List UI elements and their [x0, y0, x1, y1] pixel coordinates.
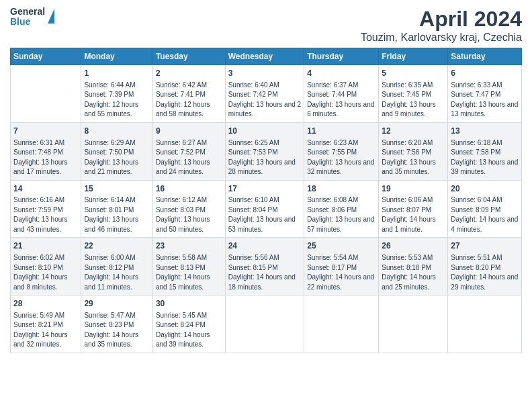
- day-number: 13: [451, 126, 519, 137]
- cell-info: Sunrise: 6:25 AM Sunset: 7:53 PM Dayligh…: [228, 138, 302, 177]
- table-row: 7Sunrise: 6:31 AM Sunset: 7:48 PM Daylig…: [11, 122, 81, 180]
- day-number: 30: [156, 298, 222, 310]
- calendar-week-row: 28Sunrise: 5:49 AM Sunset: 8:21 PM Dayli…: [11, 295, 522, 353]
- table-row: 15Sunrise: 6:14 AM Sunset: 8:01 PM Dayli…: [81, 180, 152, 238]
- table-row: 19Sunrise: 6:06 AM Sunset: 8:07 PM Dayli…: [379, 180, 448, 238]
- table-row: 23Sunrise: 5:58 AM Sunset: 8:13 PM Dayli…: [152, 238, 225, 295]
- cell-info: Sunrise: 6:35 AM Sunset: 7:45 PM Dayligh…: [382, 81, 445, 120]
- table-row: [225, 295, 304, 353]
- day-number: 19: [382, 183, 445, 195]
- table-row: 3Sunrise: 6:40 AM Sunset: 7:42 PM Daylig…: [225, 65, 304, 123]
- table-row: 24Sunrise: 5:56 AM Sunset: 8:15 PM Dayli…: [225, 238, 304, 295]
- cell-info: Sunrise: 5:54 AM Sunset: 8:17 PM Dayligh…: [307, 253, 375, 292]
- day-number: 29: [84, 298, 149, 310]
- table-row: 28Sunrise: 5:49 AM Sunset: 8:21 PM Dayli…: [11, 295, 81, 353]
- table-row: 12Sunrise: 6:20 AM Sunset: 7:56 PM Dayli…: [379, 122, 448, 180]
- table-row: [11, 65, 81, 123]
- day-number: 22: [84, 240, 149, 252]
- cell-info: Sunrise: 6:16 AM Sunset: 7:59 PM Dayligh…: [13, 195, 78, 234]
- cell-info: Sunrise: 6:42 AM Sunset: 7:41 PM Dayligh…: [156, 81, 222, 120]
- day-number: 14: [13, 183, 78, 195]
- calendar-week-row: 7Sunrise: 6:31 AM Sunset: 7:48 PM Daylig…: [11, 122, 522, 180]
- table-row: 14Sunrise: 6:16 AM Sunset: 7:59 PM Dayli…: [11, 180, 81, 238]
- cell-info: Sunrise: 6:00 AM Sunset: 8:12 PM Dayligh…: [84, 253, 149, 292]
- col-wednesday: Wednesday: [225, 48, 304, 65]
- calendar-week-row: 1Sunrise: 6:44 AM Sunset: 7:39 PM Daylig…: [11, 65, 522, 123]
- table-row: 2Sunrise: 6:42 AM Sunset: 7:41 PM Daylig…: [152, 65, 225, 123]
- day-number: 16: [156, 183, 222, 195]
- table-row: 5Sunrise: 6:35 AM Sunset: 7:45 PM Daylig…: [379, 65, 448, 123]
- cell-info: Sunrise: 6:04 AM Sunset: 8:09 PM Dayligh…: [451, 195, 519, 234]
- page-subtitle: Touzim, Karlovarsky kraj, Czechia: [361, 32, 522, 44]
- day-number: 21: [13, 240, 78, 252]
- calendar-week-row: 21Sunrise: 6:02 AM Sunset: 8:10 PM Dayli…: [11, 238, 522, 295]
- table-row: 6Sunrise: 6:33 AM Sunset: 7:47 PM Daylig…: [448, 65, 522, 123]
- col-friday: Friday: [379, 48, 448, 65]
- col-monday: Monday: [81, 48, 152, 65]
- day-number: 24: [228, 240, 302, 252]
- table-row: 29Sunrise: 5:47 AM Sunset: 8:23 PM Dayli…: [81, 295, 152, 353]
- day-number: 9: [156, 126, 222, 137]
- day-number: 28: [13, 298, 78, 310]
- day-number: 15: [84, 183, 149, 195]
- table-row: [448, 295, 522, 353]
- cell-info: Sunrise: 5:51 AM Sunset: 8:20 PM Dayligh…: [451, 253, 519, 292]
- day-number: 7: [13, 126, 78, 137]
- cell-info: Sunrise: 6:37 AM Sunset: 7:44 PM Dayligh…: [307, 81, 375, 120]
- table-row: 25Sunrise: 5:54 AM Sunset: 8:17 PM Dayli…: [304, 238, 379, 295]
- table-row: 21Sunrise: 6:02 AM Sunset: 8:10 PM Dayli…: [11, 238, 81, 295]
- day-number: 18: [307, 183, 375, 195]
- cell-info: Sunrise: 5:53 AM Sunset: 8:18 PM Dayligh…: [382, 253, 445, 292]
- day-number: 12: [382, 126, 445, 137]
- calendar-week-row: 14Sunrise: 6:16 AM Sunset: 7:59 PM Dayli…: [11, 180, 522, 238]
- day-number: 25: [307, 240, 375, 252]
- day-number: 2: [156, 68, 222, 79]
- cell-info: Sunrise: 6:06 AM Sunset: 8:07 PM Dayligh…: [382, 195, 445, 234]
- day-number: 5: [382, 68, 445, 79]
- cell-info: Sunrise: 6:23 AM Sunset: 7:55 PM Dayligh…: [307, 138, 375, 177]
- day-number: 17: [228, 183, 302, 195]
- calendar-header-row: Sunday Monday Tuesday Wednesday Thursday…: [11, 48, 522, 65]
- table-row: 27Sunrise: 5:51 AM Sunset: 8:20 PM Dayli…: [448, 238, 522, 295]
- table-row: 20Sunrise: 6:04 AM Sunset: 8:09 PM Dayli…: [448, 180, 522, 238]
- table-row: 8Sunrise: 6:29 AM Sunset: 7:50 PM Daylig…: [81, 122, 152, 180]
- table-row: 26Sunrise: 5:53 AM Sunset: 8:18 PM Dayli…: [379, 238, 448, 295]
- table-row: [304, 295, 379, 353]
- day-number: 23: [156, 240, 222, 252]
- col-sunday: Sunday: [11, 48, 81, 65]
- cell-info: Sunrise: 5:49 AM Sunset: 8:21 PM Dayligh…: [13, 311, 78, 350]
- page-container: General Blue April 2024 Touzim, Karlovar…: [0, 0, 532, 360]
- cell-info: Sunrise: 5:56 AM Sunset: 8:15 PM Dayligh…: [228, 253, 302, 292]
- col-tuesday: Tuesday: [152, 48, 225, 65]
- title-block: April 2024 Touzim, Karlovarsky kraj, Cze…: [361, 7, 522, 44]
- cell-info: Sunrise: 5:58 AM Sunset: 8:13 PM Dayligh…: [156, 253, 222, 292]
- day-number: 8: [84, 126, 149, 137]
- cell-info: Sunrise: 6:12 AM Sunset: 8:03 PM Dayligh…: [156, 195, 222, 234]
- day-number: 3: [228, 68, 302, 79]
- cell-info: Sunrise: 6:29 AM Sunset: 7:50 PM Dayligh…: [84, 138, 149, 177]
- day-number: 11: [307, 126, 375, 137]
- cell-info: Sunrise: 6:31 AM Sunset: 7:48 PM Dayligh…: [13, 138, 78, 177]
- cell-info: Sunrise: 5:47 AM Sunset: 8:23 PM Dayligh…: [84, 311, 149, 350]
- cell-info: Sunrise: 5:45 AM Sunset: 8:24 PM Dayligh…: [156, 311, 222, 350]
- table-row: 17Sunrise: 6:10 AM Sunset: 8:04 PM Dayli…: [225, 180, 304, 238]
- logo: General Blue: [10, 7, 54, 28]
- table-row: 4Sunrise: 6:37 AM Sunset: 7:44 PM Daylig…: [304, 65, 379, 123]
- table-row: 9Sunrise: 6:27 AM Sunset: 7:52 PM Daylig…: [152, 122, 225, 180]
- cell-info: Sunrise: 6:18 AM Sunset: 7:58 PM Dayligh…: [451, 138, 519, 177]
- day-number: 4: [307, 68, 375, 79]
- cell-info: Sunrise: 6:08 AM Sunset: 8:06 PM Dayligh…: [307, 195, 375, 234]
- logo-triangle-icon: [48, 9, 54, 24]
- cell-info: Sunrise: 6:27 AM Sunset: 7:52 PM Dayligh…: [156, 138, 222, 177]
- day-number: 27: [451, 240, 519, 252]
- cell-info: Sunrise: 6:40 AM Sunset: 7:42 PM Dayligh…: [228, 81, 302, 120]
- table-row: 11Sunrise: 6:23 AM Sunset: 7:55 PM Dayli…: [304, 122, 379, 180]
- table-row: 18Sunrise: 6:08 AM Sunset: 8:06 PM Dayli…: [304, 180, 379, 238]
- table-row: 13Sunrise: 6:18 AM Sunset: 7:58 PM Dayli…: [448, 122, 522, 180]
- logo-general: General: [10, 7, 45, 17]
- day-number: 26: [382, 240, 445, 252]
- day-number: 10: [228, 126, 302, 137]
- table-row: 22Sunrise: 6:00 AM Sunset: 8:12 PM Dayli…: [81, 238, 152, 295]
- table-row: [379, 295, 448, 353]
- page-title: April 2024: [361, 7, 522, 32]
